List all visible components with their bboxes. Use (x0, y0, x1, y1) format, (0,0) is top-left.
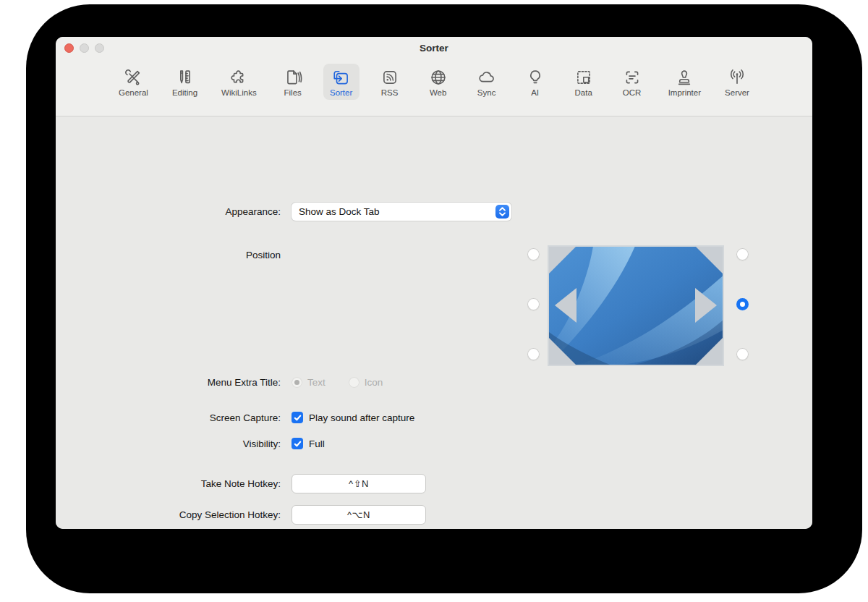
preferences-window: Sorter General Editing WikiLinks (56, 37, 812, 529)
menu-extra-label: Menu Extra Title: (56, 377, 281, 388)
cloud-icon (477, 68, 496, 87)
play-sound-checkbox-label: Play sound after capture (309, 412, 414, 423)
puzzle-icon (229, 68, 248, 87)
toolbar-tab-label: Editing (172, 88, 197, 97)
toolbar-tab-label: Sorter (330, 88, 352, 97)
toolbar-tab-data[interactable]: Data (566, 64, 602, 100)
copy-selection-hotkey-row: Copy Selection Hotkey: ^⌥N (56, 505, 426, 525)
data-frame-icon (574, 68, 593, 87)
toolbar-tab-label: AI (531, 88, 539, 97)
toolbar-tab-files[interactable]: Files (275, 64, 311, 100)
checkmark-icon (294, 414, 302, 422)
toolbar-tab-label: Imprinter (668, 88, 701, 97)
position-radio-top-right[interactable] (736, 248, 749, 260)
position-label: Position (56, 250, 281, 260)
appearance-selected-value: Show as Dock Tab (292, 206, 380, 217)
rss-icon (380, 68, 399, 87)
visibility-full-checkbox-label: Full (309, 438, 325, 449)
desktop-preview-image (548, 245, 724, 366)
lightbulb-icon (526, 68, 545, 87)
toolbar-tab-sync[interactable]: Sync (469, 64, 505, 100)
toolbar-tab-web[interactable]: Web (420, 64, 456, 100)
visibility-label: Visibility: (56, 438, 281, 449)
position-control (527, 245, 749, 363)
position-row: Position (56, 245, 749, 363)
menu-extra-row: Menu Extra Title: Text Icon (56, 377, 383, 388)
appearance-row: Appearance: Show as Dock Tab (56, 203, 511, 221)
toolbar-tab-label: Web (430, 88, 446, 97)
appearance-popup-button[interactable]: Show as Dock Tab (292, 203, 511, 221)
position-radio-bottom-left[interactable] (527, 348, 540, 360)
stamp-icon (675, 68, 694, 87)
toolbar-tab-label: RSS (381, 88, 399, 97)
position-radio-top-left[interactable] (527, 248, 540, 260)
visibility-full-checkbox[interactable] (292, 438, 303, 449)
menu-extra-radio-icon (349, 377, 359, 388)
toolbar-tab-ai[interactable]: AI (517, 64, 553, 100)
visibility-row: Visibility: Full (56, 438, 325, 449)
documents-icon (284, 68, 302, 87)
toolbar-tab-label: Server (725, 88, 749, 97)
globe-icon (429, 68, 448, 87)
menu-extra-option-label: Icon (365, 377, 383, 388)
pen-ruler-icon (175, 68, 194, 87)
screenshot-stage: Sorter General Editing WikiLinks (0, 0, 868, 602)
toolbar-tab-server[interactable]: Server (719, 64, 755, 100)
sorter-tray-icon (332, 68, 351, 87)
scan-text-icon (623, 68, 642, 87)
toolbar-tab-label: Files (284, 88, 302, 97)
toolbar-tab-sorter[interactable]: Sorter (323, 64, 359, 100)
toolbar-tab-label: OCR (623, 88, 642, 97)
toolbar-tab-editing[interactable]: Editing (166, 64, 203, 100)
toolbar-tab-label: WikiLinks (221, 88, 257, 97)
copy-selection-hotkey-label: Copy Selection Hotkey: (56, 509, 281, 520)
take-note-hotkey-field[interactable]: ^⇧N (292, 474, 426, 493)
toolbar-tab-imprinter[interactable]: Imprinter (663, 64, 707, 100)
antenna-icon (728, 68, 746, 87)
window-title: Sorter (56, 43, 812, 54)
position-radio-right[interactable] (736, 298, 749, 310)
menu-extra-radio-text (292, 377, 302, 388)
preferences-toolbar: General Editing WikiLinks Files (56, 60, 812, 116)
menu-extra-option-label: Text (307, 377, 326, 388)
take-note-hotkey-row: Take Note Hotkey: ^⇧N (56, 474, 426, 493)
copy-selection-hotkey-field[interactable]: ^⌥N (292, 505, 426, 525)
appearance-label: Appearance: (56, 206, 281, 217)
toolbar-tab-rss[interactable]: RSS (372, 64, 408, 100)
position-radio-left[interactable] (527, 298, 540, 310)
checkmark-icon (294, 440, 302, 448)
sorter-settings-pane: Appearance: Show as Dock Tab Position (56, 116, 812, 529)
titlebar: Sorter (56, 37, 812, 60)
toolbar-tab-wikilinks[interactable]: WikiLinks (216, 64, 263, 100)
popup-chevrons-icon (495, 205, 509, 219)
screen-capture-row: Screen Capture: Play sound after capture (56, 412, 414, 423)
toolbar-tab-label: General (119, 88, 148, 97)
toolbar-tab-general[interactable]: General (113, 64, 154, 100)
hotkey-value: ^⇧N (349, 478, 369, 489)
tools-icon (124, 68, 142, 87)
hotkey-value: ^⌥N (347, 509, 370, 520)
take-note-hotkey-label: Take Note Hotkey: (56, 478, 281, 489)
play-sound-checkbox[interactable] (292, 412, 303, 423)
position-radio-bottom-right[interactable] (736, 348, 749, 360)
toolbar-tab-ocr[interactable]: OCR (614, 64, 650, 100)
toolbar-tab-label: Data (574, 88, 592, 97)
menu-extra-options: Text Icon (292, 377, 383, 388)
screen-capture-label: Screen Capture: (56, 412, 281, 423)
toolbar-tab-label: Sync (477, 88, 496, 97)
